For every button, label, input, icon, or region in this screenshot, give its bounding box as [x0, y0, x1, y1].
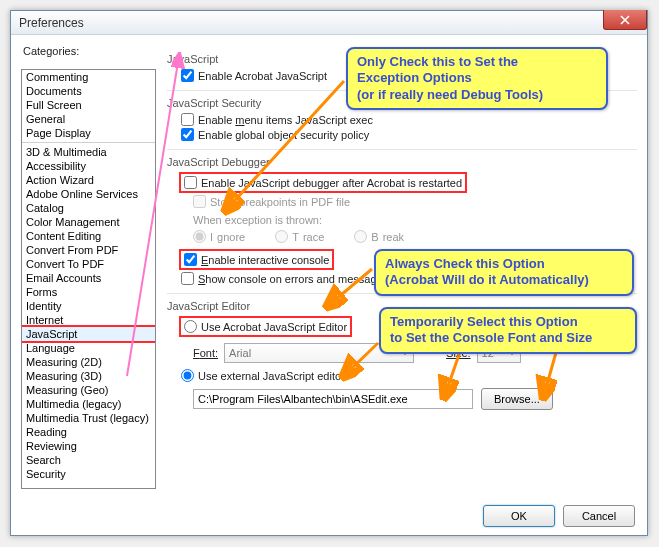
callout-interactive: Always Check this Option (Acrobat Will d… [374, 249, 634, 296]
chk-store-breakpoints-box [193, 195, 206, 208]
radio-use-external-editor[interactable]: Use external JavaScript editor [181, 369, 637, 382]
category-reviewing[interactable]: Reviewing [22, 439, 155, 453]
category-color-management[interactable]: Color Management [22, 215, 155, 229]
category-full-screen[interactable]: Full Screen [22, 98, 155, 112]
dialog-footer: OK Cancel [483, 505, 635, 527]
chk-enable-debugger-box[interactable] [184, 176, 197, 189]
chk-enable-debugger[interactable]: Enable JavaScript debugger after Acrobat… [184, 176, 462, 189]
category-page-display[interactable]: Page Display [22, 126, 155, 140]
radio-use-acrobat-editor[interactable]: Use Acrobat JavaScript Editor [184, 320, 347, 333]
category-search[interactable]: Search [22, 453, 155, 467]
chk-enable-menu-items[interactable]: Enable menu items JavaScript exec [181, 113, 637, 126]
radio-trace: Trace [275, 230, 324, 243]
category-multimedia-legacy-[interactable]: Multimedia (legacy) [22, 397, 155, 411]
font-label: Font: [193, 347, 218, 359]
exception-radios: IIgnoregnore Trace Break [193, 230, 637, 243]
category-catalog[interactable]: Catalog [22, 201, 155, 215]
ok-button[interactable]: OK [483, 505, 555, 527]
callout-editor: Temporarily Select this Option to Set th… [379, 307, 637, 354]
category-security[interactable]: Security [22, 467, 155, 481]
titlebar[interactable]: Preferences [11, 11, 647, 35]
chk-enable-interactive-console[interactable]: Enable interactive console [184, 253, 329, 266]
category-multimedia-trust-legacy-[interactable]: Multimedia Trust (legacy) [22, 411, 155, 425]
categories-list[interactable]: CommentingDocumentsFull ScreenGeneralPag… [21, 69, 156, 489]
external-editor-path[interactable] [193, 389, 473, 409]
category-javascript[interactable]: JavaScript [22, 327, 155, 341]
radio-break: Break [354, 230, 404, 243]
category-action-wizard[interactable]: Action Wizard [22, 173, 155, 187]
category-measuring-3d-[interactable]: Measuring (3D) [22, 369, 155, 383]
chk-enable-interactive-console-box[interactable] [184, 253, 197, 266]
category-convert-from-pdf[interactable]: Convert From PDF [22, 243, 155, 257]
radio-ignore: IIgnoregnore [193, 230, 245, 243]
category-forms[interactable]: Forms [22, 285, 155, 299]
category-email-accounts[interactable]: Email Accounts [22, 271, 155, 285]
category-measuring-2d-[interactable]: Measuring (2D) [22, 355, 155, 369]
preferences-window: Preferences Categories: CommentingDocume… [10, 10, 648, 536]
chk-enable-global-security-box[interactable] [181, 128, 194, 141]
when-exception-label: When exception is thrown: [193, 214, 637, 226]
category-convert-to-pdf[interactable]: Convert To PDF [22, 257, 155, 271]
category-accessibility[interactable]: Accessibility [22, 159, 155, 173]
chk-enable-acrobat-js-box[interactable] [181, 69, 194, 82]
group-js-debugger: JavaScript Debugger [167, 156, 637, 168]
radio-use-external-editor-box[interactable] [181, 369, 194, 382]
chk-enable-global-security[interactable]: Enable global object security policy [181, 128, 637, 141]
category-language[interactable]: Language [22, 341, 155, 355]
category-content-editing[interactable]: Content Editing [22, 229, 155, 243]
category-general[interactable]: General [22, 112, 155, 126]
window-title: Preferences [15, 16, 84, 30]
category-commenting[interactable]: Commenting [22, 70, 155, 84]
category-internet[interactable]: Internet [22, 313, 155, 327]
browse-button[interactable]: Browse... [481, 388, 553, 410]
category-measuring-geo-[interactable]: Measuring (Geo) [22, 383, 155, 397]
category-documents[interactable]: Documents [22, 84, 155, 98]
category-3d-multimedia[interactable]: 3D & Multimedia [22, 145, 155, 159]
chk-show-console-errors-box[interactable] [181, 272, 194, 285]
radio-use-acrobat-editor-box[interactable] [184, 320, 197, 333]
chk-enable-menu-items-box[interactable] [181, 113, 194, 126]
close-icon [620, 15, 630, 25]
cancel-button[interactable]: Cancel [563, 505, 635, 527]
category-reading[interactable]: Reading [22, 425, 155, 439]
category-identity[interactable]: Identity [22, 299, 155, 313]
callout-debugger: Only Check this to Set the Exception Opt… [346, 47, 608, 110]
category-adobe-online-services[interactable]: Adobe Online Services [22, 187, 155, 201]
chk-store-breakpoints: Store breakpoints in PDF file [193, 195, 637, 208]
close-button[interactable] [603, 10, 647, 30]
